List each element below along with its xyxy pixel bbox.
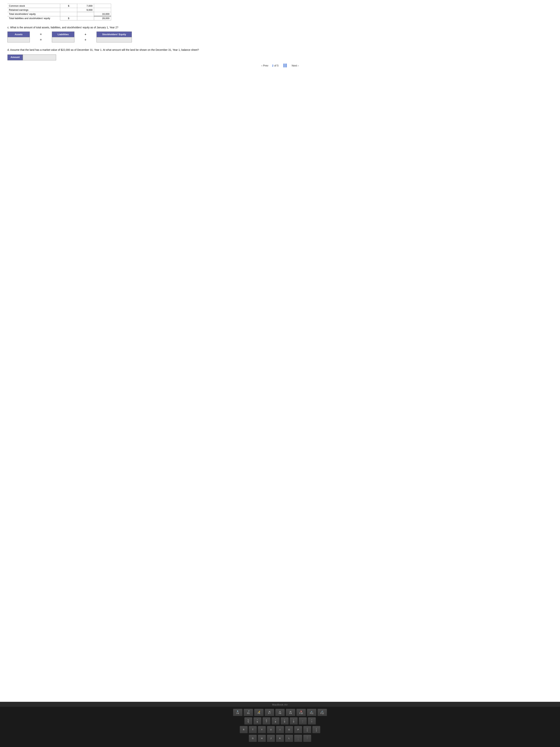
key-u[interactable]: U [267, 726, 275, 733]
of-label: of [274, 64, 276, 67]
key-i[interactable]: I [276, 726, 284, 733]
key-9[interactable]: ( 9 [281, 717, 289, 725]
key-8[interactable]: * 8 [271, 717, 279, 725]
amount-col2 [94, 8, 111, 12]
navigation-bar: ‹ Prev 2 of 5 Next › [7, 60, 553, 70]
assets-header: Assets [7, 32, 30, 37]
f9-key[interactable]: ⏭ F9 [286, 709, 295, 716]
key-7[interactable]: & 7 [262, 717, 271, 725]
row-label: Common stock [7, 4, 60, 8]
amount-col2: 16,000 [94, 12, 111, 16]
prev-label: Prev [263, 64, 268, 67]
liabilities-input-cell[interactable] [52, 37, 75, 43]
assets-input-cell[interactable] [7, 37, 30, 43]
macbook-label: MacBook Air [272, 703, 288, 706]
key-h[interactable]: H [258, 735, 266, 742]
key-0[interactable]: ) 0 [290, 717, 298, 725]
key-bracket-left[interactable]: { [ [303, 726, 311, 733]
plus-operator-header: + [74, 32, 97, 37]
f8-key[interactable]: ⏯ F8 [275, 709, 285, 716]
amount-col1 [77, 16, 94, 20]
row-label: Total liabilities and stockholders' equi… [7, 16, 60, 20]
number-key-row: % 5 ^ 6 & 7 * 8 ( 9 ) 0 _ - + = [4, 717, 556, 725]
equals-operator-header: = [30, 32, 52, 37]
section-c-question: c. What is the amount of total assets, l… [7, 26, 553, 29]
table-row: Common stock $ 7,000 [7, 4, 111, 8]
key-5[interactable]: % 5 [244, 717, 252, 725]
liabilities-header: Liabilities [52, 32, 75, 37]
f4-key[interactable]: 🔍 F4 [233, 709, 243, 716]
equals-operator-cell: = [30, 37, 52, 43]
key-l[interactable]: L [285, 735, 293, 742]
row-label: Total stockholders' equity [7, 12, 60, 16]
amount-label: Amount [7, 54, 23, 60]
key-equals[interactable]: + = [308, 717, 316, 725]
amount-col1: 7,000 [77, 4, 94, 8]
accounting-equation-table: Assets = Liabilities + Stockholders' Equ… [7, 31, 132, 43]
section-d: d. Assume that the land has a market val… [7, 48, 553, 60]
keyboard: 🔍 F4 🎤 F5 🌙 F6 ⏮ F7 ⏯ F8 ⏭ F9 🔇 F10 🔉 [0, 707, 560, 747]
function-key-row: 🔍 F4 🎤 F5 🌙 F6 ⏮ F7 ⏯ F8 ⏭ F9 🔇 F10 🔉 [4, 709, 556, 716]
key-semicolon[interactable]: : ; [294, 735, 302, 742]
f12-key[interactable]: 🔊 F12 [317, 709, 327, 716]
amount-col1 [77, 12, 94, 16]
dollar-sign: $ [60, 4, 77, 8]
f6-key[interactable]: 🌙 F6 [254, 709, 264, 716]
equity-header: Stockholders' Equity [97, 32, 132, 37]
amount-col2: 28,000 [94, 16, 111, 20]
f5-key[interactable]: 🎤 F5 [243, 709, 253, 716]
section-c: c. What is the amount of total assets, l… [7, 26, 553, 43]
amount-col2 [94, 4, 111, 8]
current-page: 2 [272, 64, 273, 67]
page-indicator: 2 of 5 [272, 64, 278, 67]
spacer [60, 12, 77, 16]
amount-input[interactable] [23, 54, 56, 60]
key-y[interactable]: Y [258, 726, 266, 733]
equity-input-cell[interactable] [97, 37, 132, 43]
amount-row: Amount [7, 54, 553, 60]
key-quote[interactable]: " ' [303, 735, 311, 742]
table-row: Retained earnings 9,000 [7, 8, 111, 12]
home-row: G H J K L : ; " ' [4, 735, 556, 742]
qwerty-top-row: R T Y U I O P { [ } ] [4, 726, 556, 733]
key-g[interactable]: G [249, 735, 257, 742]
table-row: Total liabilities and stockholders' equi… [7, 16, 111, 20]
next-chevron-icon: › [298, 64, 299, 67]
f7-key[interactable]: ⏮ F7 [265, 709, 274, 716]
section-d-question: d. Assume that the land has a market val… [7, 48, 553, 52]
grid-icon[interactable] [283, 64, 287, 67]
next-label: Next [292, 64, 297, 67]
row-label: Retained earnings [7, 8, 60, 12]
amount-col1: 9,000 [77, 8, 94, 12]
total-pages: 5 [277, 64, 278, 67]
prev-chevron-icon: ‹ [262, 64, 262, 67]
key-k[interactable]: K [276, 735, 284, 742]
dollar-sign: $ [60, 16, 77, 20]
prev-button[interactable]: ‹ Prev [262, 64, 268, 67]
key-t[interactable]: T [249, 726, 257, 733]
key-6[interactable]: ^ 6 [254, 717, 262, 725]
key-o[interactable]: O [285, 726, 293, 733]
key-j[interactable]: J [267, 735, 275, 742]
key-minus[interactable]: _ - [299, 717, 307, 725]
key-r[interactable]: R [240, 726, 248, 733]
key-bracket-right[interactable]: } ] [312, 726, 320, 733]
macbook-bar: MacBook Air [0, 702, 560, 707]
f10-key[interactable]: 🔇 F10 [296, 709, 306, 716]
key-p[interactable]: P [294, 726, 302, 733]
f11-key[interactable]: 🔉 F11 [307, 709, 317, 716]
next-button[interactable]: Next › [292, 64, 298, 67]
table-row: Total stockholders' equity 16,000 [7, 12, 111, 16]
spacer [60, 8, 77, 12]
balance-sheet-table: Common stock $ 7,000 Retained earnings 9… [7, 4, 111, 20]
plus-operator-cell: + [74, 37, 97, 43]
